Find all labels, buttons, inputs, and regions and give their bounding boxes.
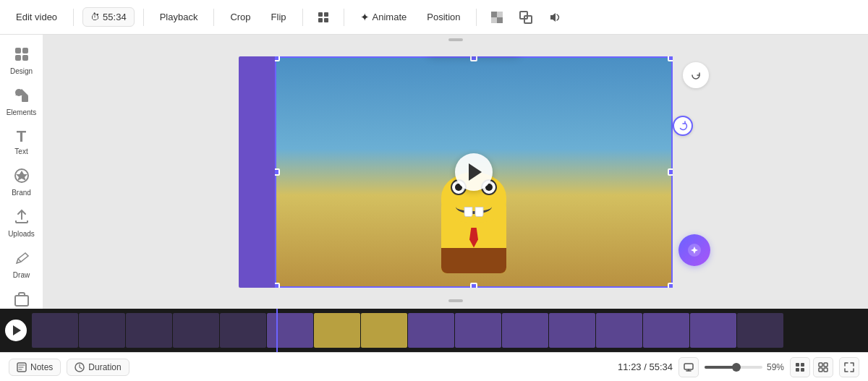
sidebar-item-text[interactable]: T Text — [3, 123, 41, 160]
collapse-handle-bottom[interactable] — [445, 296, 467, 309]
svg-rect-43 — [819, 368, 822, 372]
grid-view-button[interactable] — [790, 357, 810, 377]
volume-button[interactable] — [543, 6, 566, 29]
elements-label: Elements — [7, 108, 37, 117]
svg-rect-0 — [318, 12, 323, 17]
timeline-area — [0, 309, 868, 352]
timeline-track[interactable] — [32, 309, 868, 352]
svg-rect-37 — [796, 363, 799, 367]
toolbar-divider-2 — [143, 9, 144, 26]
toolbar: Edit video ⏱ 55:34 Playback Crop Flip ✦ … — [0, 0, 868, 35]
position-label: Position — [427, 12, 460, 22]
rotate-icon — [678, 121, 688, 131]
zoom-area: 59% — [705, 362, 784, 372]
svg-rect-41 — [819, 363, 822, 367]
play-button[interactable] — [455, 153, 493, 191]
timeline-play-circle — [5, 320, 27, 341]
notes-button[interactable]: Notes — [9, 359, 61, 376]
fullscreen-icon — [844, 362, 854, 372]
zoom-level: 59% — [767, 362, 784, 372]
frame-1 — [32, 313, 78, 348]
duration-button[interactable]: Duration — [67, 359, 129, 376]
svg-rect-19 — [15, 296, 28, 306]
animate-label: Animate — [373, 12, 407, 22]
toolbar-divider-3 — [213, 9, 214, 26]
view-buttons — [790, 357, 833, 377]
sidebar-item-draw[interactable]: Draw — [3, 244, 41, 284]
layout-icon-button[interactable] — [312, 6, 335, 29]
video-frame[interactable]: ··· — [275, 56, 673, 288]
svg-rect-42 — [824, 363, 827, 367]
play-overlay — [275, 56, 673, 288]
crop-label: Crop — [230, 12, 250, 22]
design-icon — [14, 46, 30, 64]
elements-icon — [14, 87, 30, 106]
toolbar-divider-6 — [476, 9, 477, 26]
playback-button[interactable]: Playback — [153, 8, 205, 26]
timer-value: 55:34 — [103, 12, 127, 22]
rotate-handle[interactable] — [673, 116, 693, 136]
crop-button[interactable]: Crop — [223, 8, 258, 26]
timeline-play-button[interactable] — [0, 309, 32, 352]
toolbar-divider-5 — [344, 9, 344, 26]
timer-icon: ⏱ — [90, 12, 100, 22]
edit-video-button[interactable]: Edit video — [9, 8, 64, 26]
animate-button[interactable]: ✦ Animate — [353, 7, 414, 27]
checkered-button[interactable] — [485, 6, 509, 29]
refresh-icon — [690, 69, 702, 81]
brand-icon — [14, 168, 30, 186]
toolbar-divider-1 — [73, 9, 74, 26]
position-button[interactable]: Position — [420, 8, 467, 26]
sidebar-item-elements[interactable]: Elements — [3, 82, 41, 121]
animate-icon: ✦ — [360, 11, 370, 24]
collapse-handle-top[interactable] — [445, 35, 467, 48]
zoom-slider[interactable] — [705, 366, 762, 369]
crop-icon-button[interactable] — [514, 6, 537, 29]
frame-6 — [267, 313, 313, 348]
fullscreen-button[interactable] — [839, 357, 859, 377]
sidebar-item-design[interactable]: Design — [3, 40, 41, 80]
ai-assistant-button[interactable] — [678, 234, 710, 266]
svg-rect-7 — [497, 17, 503, 23]
frame-12 — [549, 313, 595, 348]
refresh-button[interactable] — [683, 62, 709, 88]
main-area: Design Elements T Text Bran — [0, 35, 868, 309]
timecode-display: 11:23 / 55:34 — [618, 361, 673, 372]
list-icon — [818, 362, 828, 372]
uploads-label: Uploads — [8, 230, 35, 239]
bottom-bar: Notes Duration 11:23 / 55:34 59% — [0, 352, 868, 381]
frame-3 — [126, 313, 172, 348]
rotate-handle-inner — [673, 116, 693, 136]
notes-icon — [17, 362, 27, 372]
playhead[interactable] — [276, 309, 278, 352]
list-view-button[interactable] — [813, 357, 833, 377]
uploads-icon — [14, 209, 30, 227]
frame-8 — [361, 313, 407, 348]
svg-marker-18 — [16, 171, 27, 181]
svg-rect-13 — [22, 55, 28, 61]
screen-view-button[interactable] — [678, 357, 699, 377]
checkered-icon — [490, 11, 503, 24]
flip-button[interactable]: Flip — [264, 8, 294, 26]
draw-icon — [14, 250, 30, 268]
svg-rect-15 — [22, 95, 28, 102]
svg-rect-10 — [15, 48, 21, 53]
frame-10 — [455, 313, 501, 348]
svg-rect-1 — [324, 12, 328, 17]
duration-icon — [75, 362, 85, 372]
sidebar: Design Elements T Text Bran — [0, 35, 43, 309]
sidebar-item-uploads[interactable]: Uploads — [3, 203, 41, 243]
notes-label: Notes — [30, 362, 53, 372]
screen-icon — [684, 362, 694, 372]
svg-rect-3 — [324, 18, 328, 22]
frame-15 — [690, 313, 736, 348]
ai-icon — [686, 242, 702, 258]
frame-2 — [79, 313, 125, 348]
frame-16 — [737, 313, 783, 348]
svg-rect-39 — [796, 368, 799, 372]
sidebar-item-projects[interactable]: Projects — [3, 286, 41, 309]
sidebar-item-brand[interactable]: Brand — [3, 162, 41, 202]
layout-icon — [317, 11, 330, 24]
text-label: Text — [14, 147, 27, 156]
edit-video-label: Edit video — [16, 12, 57, 22]
